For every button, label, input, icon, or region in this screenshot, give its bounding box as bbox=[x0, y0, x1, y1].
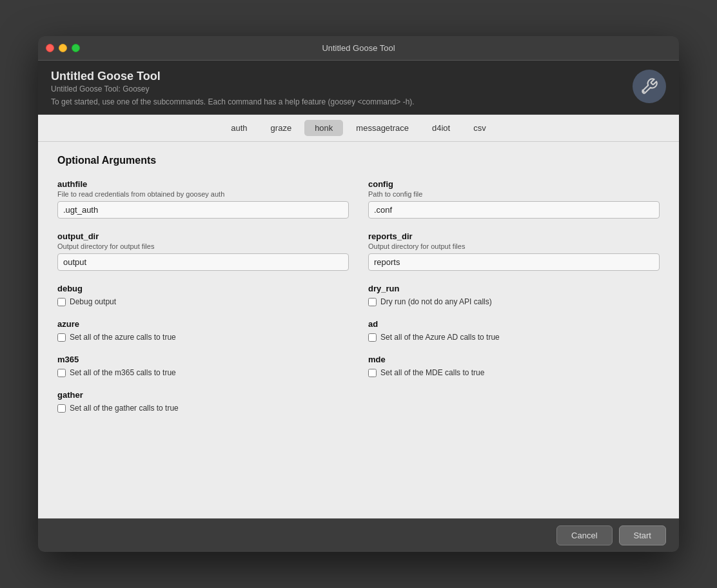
close-button[interactable] bbox=[46, 44, 54, 52]
output-dir-input[interactable] bbox=[57, 253, 349, 271]
authfile-label: authfile bbox=[57, 179, 349, 189]
reports-dir-group: reports_dir Output directory for output … bbox=[368, 231, 660, 271]
mde-title: mde bbox=[368, 355, 660, 364]
authfile-desc: File to read credentials from obtained b… bbox=[57, 190, 349, 198]
azure-row: Set all of the azure calls to true bbox=[57, 333, 349, 342]
dry-run-group: dry_run Dry run (do not do any API calls… bbox=[368, 284, 660, 306]
app-subtitle: Untitled Goose Tool: Goosey bbox=[51, 84, 633, 93]
m365-title: m365 bbox=[57, 355, 349, 364]
cancel-button[interactable]: Cancel bbox=[556, 525, 612, 545]
ad-title: ad bbox=[368, 319, 660, 329]
authfile-group: authfile File to read credentials from o… bbox=[57, 179, 349, 219]
traffic-lights bbox=[46, 44, 80, 52]
bottom-bar: Cancel Start bbox=[38, 518, 679, 552]
form-grid: authfile File to read credentials from o… bbox=[57, 179, 660, 426]
dry-run-checkbox[interactable] bbox=[368, 298, 377, 306]
mde-checkbox-label[interactable]: Set all of the MDE calls to true bbox=[380, 368, 484, 377]
header-area: Untitled Goose Tool Untitled Goose Tool:… bbox=[38, 61, 679, 115]
maximize-button[interactable] bbox=[72, 44, 80, 52]
config-input[interactable] bbox=[368, 201, 660, 219]
authfile-input[interactable] bbox=[57, 201, 349, 219]
reports-dir-label: reports_dir bbox=[368, 231, 660, 241]
start-button[interactable]: Start bbox=[619, 525, 666, 545]
azure-group: azure Set all of the azure calls to true bbox=[57, 319, 349, 342]
tab-d4iot[interactable]: d4iot bbox=[422, 120, 460, 136]
m365-group: m365 Set all of the m365 calls to true bbox=[57, 355, 349, 377]
gather-group: gather Set all of the gather calls to tr… bbox=[57, 390, 349, 413]
gather-title: gather bbox=[57, 390, 349, 400]
m365-row: Set all of the m365 calls to true bbox=[57, 368, 349, 377]
ad-checkbox[interactable] bbox=[368, 333, 377, 342]
config-label: config bbox=[368, 179, 660, 189]
gather-checkbox-label[interactable]: Set all of the gather calls to true bbox=[70, 404, 179, 413]
tab-messagetrace[interactable]: messagetrace bbox=[346, 120, 419, 136]
reports-dir-input[interactable] bbox=[368, 253, 660, 271]
mde-row: Set all of the MDE calls to true bbox=[368, 368, 660, 377]
dry-run-checkbox-label[interactable]: Dry run (do not do any API calls) bbox=[380, 297, 492, 306]
debug-checkbox-label[interactable]: Debug output bbox=[70, 297, 116, 306]
output-dir-desc: Output directory for output files bbox=[57, 242, 349, 250]
reports-dir-desc: Output directory for output files bbox=[368, 242, 660, 250]
azure-title: azure bbox=[57, 319, 349, 329]
dry-run-row: Dry run (do not do any API calls) bbox=[368, 297, 660, 306]
ad-row: Set all of the Azure AD calls to true bbox=[368, 333, 660, 342]
gather-checkbox[interactable] bbox=[57, 404, 66, 413]
section-title: Optional Arguments bbox=[57, 155, 660, 166]
tab-csv[interactable]: csv bbox=[463, 120, 496, 136]
debug-checkbox[interactable] bbox=[57, 298, 66, 306]
debug-row: Debug output bbox=[57, 297, 349, 306]
gather-row: Set all of the gather calls to true bbox=[57, 404, 349, 413]
config-group: config Path to config file bbox=[368, 179, 660, 219]
output-dir-group: output_dir Output directory for output f… bbox=[57, 231, 349, 271]
debug-title: debug bbox=[57, 284, 349, 293]
azure-checkbox-label[interactable]: Set all of the azure calls to true bbox=[70, 333, 176, 342]
header-text: Untitled Goose Tool Untitled Goose Tool:… bbox=[51, 70, 633, 106]
debug-group: debug Debug output bbox=[57, 284, 349, 306]
tab-graze[interactable]: graze bbox=[260, 120, 302, 136]
tab-auth[interactable]: auth bbox=[221, 120, 257, 136]
ad-group: ad Set all of the Azure AD calls to true bbox=[368, 319, 660, 342]
m365-checkbox[interactable] bbox=[57, 369, 66, 377]
window-title: Untitled Goose Tool bbox=[322, 43, 395, 53]
mde-checkbox[interactable] bbox=[368, 369, 377, 377]
config-desc: Path to config file bbox=[368, 190, 660, 198]
app-icon bbox=[633, 70, 666, 103]
app-description: To get started, use one of the subcomman… bbox=[51, 97, 633, 106]
wrench-screwdriver-icon bbox=[640, 77, 658, 95]
content-area: Optional Arguments authfile File to read… bbox=[38, 142, 679, 518]
tabs-bar: auth graze honk messagetrace d4iot csv bbox=[38, 115, 679, 142]
dry-run-title: dry_run bbox=[368, 284, 660, 293]
m365-checkbox-label[interactable]: Set all of the m365 calls to true bbox=[70, 368, 176, 377]
minimize-button[interactable] bbox=[59, 44, 67, 52]
output-dir-label: output_dir bbox=[57, 231, 349, 241]
title-bar: Untitled Goose Tool bbox=[38, 36, 679, 61]
mde-group: mde Set all of the MDE calls to true bbox=[368, 355, 660, 377]
app-title: Untitled Goose Tool bbox=[51, 70, 633, 83]
azure-checkbox[interactable] bbox=[57, 333, 66, 342]
tab-honk[interactable]: honk bbox=[304, 120, 343, 136]
main-window: Untitled Goose Tool Untitled Goose Tool … bbox=[38, 36, 679, 552]
ad-checkbox-label[interactable]: Set all of the Azure AD calls to true bbox=[380, 333, 500, 342]
